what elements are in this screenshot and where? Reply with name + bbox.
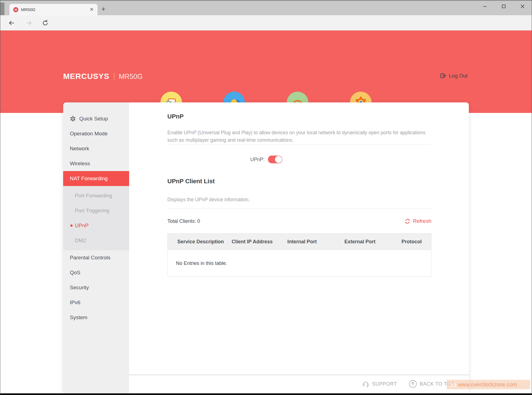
toggle-knob xyxy=(275,156,282,163)
logout-button[interactable]: Log Out xyxy=(440,73,468,79)
maximize-button[interactable] xyxy=(494,0,513,12)
sidebar-item-dmz[interactable]: DMZ xyxy=(63,233,129,248)
window-corner xyxy=(0,2,4,15)
sidebar-item-label: Quick Setup xyxy=(79,116,108,122)
logout-label: Log Out xyxy=(449,73,468,79)
back-icon[interactable] xyxy=(8,20,15,26)
brand-name: MERCUSYS xyxy=(63,72,109,81)
tab-favicon: M xyxy=(13,7,18,12)
router-header: MERCUSYS MR50G Log Out Network Map xyxy=(0,30,532,113)
sidebar-item-label: Operation Mode xyxy=(70,131,108,137)
sidebar-item-quick-setup[interactable]: Quick Setup xyxy=(63,111,129,126)
watermark-text: www.overclockzone.com xyxy=(458,381,517,388)
sidebar-item-qos[interactable]: QoS xyxy=(63,265,129,280)
up-arrow-icon xyxy=(409,380,417,388)
sidebar-item-label: NAT Forwarding xyxy=(70,175,108,182)
table-body: No Entries in this table. xyxy=(168,250,431,277)
sidebar-item-label: Network xyxy=(70,146,89,152)
content-area: UPnP Enable UPnP (Universal Plug and Pla… xyxy=(129,102,469,374)
sidebar-item-system[interactable]: System xyxy=(63,310,129,325)
upnp-section-title: UPnP xyxy=(167,113,184,120)
sidebar-item-label: Port Triggering xyxy=(75,208,109,214)
client-list-title: UPnP Client List xyxy=(167,178,215,185)
sidebar-item-upnp[interactable]: UPnP xyxy=(63,218,129,233)
column-header-service-description: Service Description xyxy=(168,239,232,245)
sidebar-item-label: System xyxy=(70,314,87,321)
sidebar-item-label: Parental Controls xyxy=(70,255,111,261)
sidebar-item-operation-mode[interactable]: Operation Mode xyxy=(63,126,129,141)
sidebar-item-wireless[interactable]: Wireless xyxy=(63,156,129,171)
footer-bar: SUPPORT BACK TO TOP xyxy=(129,374,469,393)
sidebar-item-label: Port Forwarding xyxy=(75,193,112,199)
sidebar-item-port-forwarding[interactable]: Port Forwarding xyxy=(63,188,129,203)
browser-tab[interactable]: M MR50G ✕ xyxy=(9,4,98,15)
forward-icon[interactable] xyxy=(25,20,32,26)
upnp-toggle[interactable] xyxy=(268,156,282,163)
refresh-button[interactable]: Refresh xyxy=(405,218,431,224)
sidebar-item-label: IPv6 xyxy=(70,300,80,306)
column-header-client-ip-address: Client IP Address xyxy=(232,239,287,245)
browser-titlebar: M MR50G ✕ + xyxy=(0,0,532,15)
sidebar-menu: Quick SetupOperation ModeNetworkWireless… xyxy=(63,102,129,393)
total-clients-label: Total Clients: 0 xyxy=(167,218,200,224)
sidebar-item-label: Security xyxy=(70,285,89,291)
logout-icon xyxy=(440,73,446,79)
main-panel: Quick SetupOperation ModeNetworkWireless… xyxy=(63,102,469,393)
refresh-label: Refresh xyxy=(413,218,431,224)
window-bottom-edge xyxy=(0,393,532,395)
upnp-toggle-label: UPnP: xyxy=(167,157,265,162)
sidebar-item-security[interactable]: Security xyxy=(63,280,129,295)
brand-model: MR50G xyxy=(119,73,143,81)
new-tab-button[interactable]: + xyxy=(101,6,106,12)
sidebar-item-network[interactable]: Network xyxy=(63,141,129,156)
sidebar-item-nat-forwarding[interactable]: NAT Forwarding xyxy=(63,171,129,186)
sidebar-item-label: QoS xyxy=(70,270,80,276)
watermark: ❯❯ www.overclockzone.com xyxy=(447,380,530,389)
current-item-bullet xyxy=(70,224,73,227)
brand-logo: MERCUSYS MR50G xyxy=(63,72,143,81)
support-button[interactable]: SUPPORT xyxy=(362,380,397,388)
gear-icon xyxy=(70,116,76,122)
table-header-row: Service DescriptionClient IP AddressInte… xyxy=(168,234,431,250)
sidebar-submenu: Port ForwardingPort TriggeringUPnPDMZ xyxy=(63,186,129,250)
close-button[interactable] xyxy=(513,0,532,12)
sidebar-item-label: DMZ xyxy=(75,237,86,244)
tab-title: MR50G xyxy=(21,7,35,12)
sidebar-item-parental-controls[interactable]: Parental Controls xyxy=(63,250,129,265)
sidebar-item-ipv6[interactable]: IPv6 xyxy=(63,295,129,310)
sidebar-item-port-triggering[interactable]: Port Triggering xyxy=(63,203,129,218)
table-empty-text: No Entries in this table. xyxy=(168,260,227,266)
brand-divider xyxy=(114,73,114,80)
column-header-internal-port: Internal Port xyxy=(287,239,344,245)
watermark-chevrons-icon: ❯❯ xyxy=(449,382,456,388)
reload-icon[interactable] xyxy=(42,20,49,26)
minimize-button[interactable] xyxy=(475,0,494,12)
column-header-protocol: Protocol xyxy=(401,239,431,245)
refresh-icon xyxy=(405,218,410,224)
browser-toolbar: Not secure | mwlogin.net/#UpnpCfg Sign i… xyxy=(0,15,532,30)
column-header-external-port: External Port xyxy=(344,239,401,245)
sidebar-item-label: UPnP xyxy=(75,223,89,229)
support-label: SUPPORT xyxy=(372,381,397,387)
upnp-description: Enable UPnP (Universal Plug and Play) to… xyxy=(167,129,433,144)
tab-close-icon[interactable]: ✕ xyxy=(90,7,94,12)
upnp-client-table: Service DescriptionClient IP AddressInte… xyxy=(167,233,431,277)
divider xyxy=(167,208,431,209)
headset-icon xyxy=(362,380,369,388)
client-list-description: Displays the UPnP device information. xyxy=(167,196,433,203)
divider xyxy=(167,144,431,145)
sidebar-item-label: Wireless xyxy=(70,161,90,167)
